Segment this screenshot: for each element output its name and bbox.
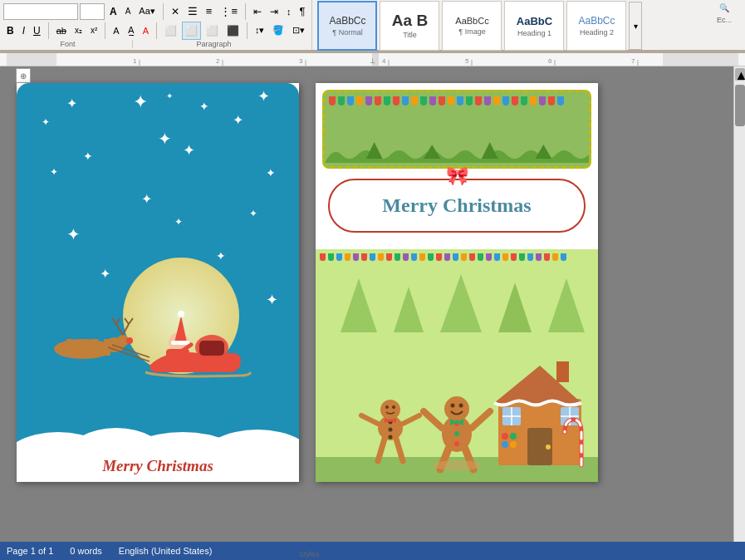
scrollbar-up-arrow[interactable]: ▲ [735, 68, 745, 81]
light24 [539, 96, 546, 106]
editing-section: 🔍 Ec... [703, 0, 745, 50]
light20 [502, 96, 509, 106]
light23 [530, 96, 537, 106]
font-label: Font [3, 40, 132, 48]
font-name-input[interactable]: ia (Body) [3, 3, 78, 20]
light18 [484, 96, 491, 106]
svg-line-29 [116, 318, 120, 324]
document-area: ⊕ ✦ ✦ ✦ ✦ ✦ ✦ ✦ ✦ ✦ ✦ [0, 66, 733, 542]
light26 [557, 96, 564, 106]
sort-button[interactable]: ↕ [283, 2, 295, 21]
separator2 [245, 3, 246, 20]
underline-button[interactable]: U [30, 22, 44, 40]
light9 [402, 96, 409, 106]
bl28 [544, 253, 550, 261]
shading-button[interactable]: 🪣 [269, 22, 287, 40]
card-right-bottom [316, 249, 598, 482]
light21 [512, 96, 518, 106]
highlight-color-button[interactable]: A̲ [125, 22, 138, 40]
text-color-button[interactable]: A [110, 22, 122, 40]
star8: ✦ [83, 150, 93, 163]
page-container: ⊕ ✦ ✦ ✦ ✦ ✦ ✦ ✦ ✦ ✦ ✦ [17, 83, 299, 525]
borders-button[interactable]: ⊡▾ [289, 22, 308, 40]
ruler-content: 1 2 3 4 5 6 7 ⊥ [7, 53, 738, 66]
align-center-button[interactable]: ⬜ [182, 22, 201, 40]
bold-button[interactable]: B [3, 22, 17, 40]
light11 [420, 96, 427, 106]
svg-rect-20 [66, 339, 73, 356]
ruler: 1 2 3 4 5 6 7 ⊥ [0, 53, 745, 66]
multilevel-list-button[interactable]: ⋮≡ [217, 2, 241, 21]
numbered-list-button[interactable]: ≡ [203, 2, 216, 21]
align-left-button[interactable]: ⬜ [161, 22, 180, 40]
pilcrow-button[interactable]: ¶ [297, 2, 309, 21]
style-h1-preview: AaBbC [517, 15, 552, 27]
bullet-list-button[interactable]: ☰ [184, 2, 201, 21]
change-case-button[interactable]: Aa▾ [135, 2, 158, 21]
subscript-button[interactable]: x₂ [71, 22, 86, 40]
star19: ✦ [174, 216, 183, 228]
card-left-text: Merry Christmas [17, 457, 299, 475]
italic-button[interactable]: I [19, 22, 28, 40]
bl2 [328, 253, 334, 261]
font-color-button[interactable]: A [140, 22, 152, 40]
line-spacing-button[interactable]: ↕▾ [252, 22, 268, 40]
bl10 [395, 253, 400, 261]
star6: ✦ [158, 129, 172, 149]
style-normal[interactable]: AaBbCc ¶ Normal [317, 1, 377, 51]
style-heading2[interactable]: AaBbCc Heading 2 [566, 1, 626, 51]
combined-ribbon-row: ia (Body) 13 A A Aa▾ ✕ ☰ ≡ ⋮≡ ⇤ ⇥ ↕ ¶ [0, 0, 745, 52]
language: English (United States) [119, 546, 213, 556]
svg-line-71 [361, 415, 378, 424]
font-size-input[interactable]: 13 [80, 3, 105, 20]
light1 [329, 96, 336, 106]
svg-point-68 [380, 400, 400, 420]
align-right-button[interactable]: ⬜ [203, 22, 222, 40]
svg-point-77 [389, 435, 393, 440]
bl17 [453, 253, 458, 261]
decrease-indent-button[interactable]: ⇤ [250, 2, 265, 21]
star2: ✦ [133, 91, 148, 113]
style-title-label: Title [403, 31, 417, 39]
style-h2-label: Heading 2 [580, 28, 614, 37]
svg-point-76 [389, 428, 393, 432]
light8 [393, 96, 399, 106]
scrollbar-right[interactable]: ▲ [733, 66, 745, 542]
font-shrink-button[interactable]: A [122, 2, 135, 21]
bl5 [353, 253, 359, 261]
style-heading1[interactable]: AaBbC Heading 1 [504, 1, 564, 51]
styles-dropdown-button[interactable]: ▾ [629, 2, 642, 50]
style-image-label: ¶ Image [458, 27, 485, 36]
bl19 [469, 253, 475, 261]
scrollbar-thumb[interactable] [735, 85, 745, 126]
svg-point-84 [459, 404, 463, 408]
page-left: ✦ ✦ ✦ ✦ ✦ ✦ ✦ ✦ ✦ ✦ ✦ ✦ ✦ ✦ ✦ [17, 83, 299, 482]
light3 [347, 96, 354, 106]
star11: ✦ [266, 166, 276, 179]
sep6 [247, 22, 248, 39]
bl15 [436, 253, 442, 261]
star1: ✦ [66, 96, 77, 111]
justify-button[interactable]: ⬛ [223, 22, 243, 40]
style-image[interactable]: AaBbCc ¶ Image [442, 1, 502, 51]
bl6 [361, 253, 367, 261]
clear-format-button[interactable]: ✕ [168, 2, 183, 21]
style-h1-label: Heading 1 [517, 29, 551, 37]
svg-marker-48 [424, 145, 440, 159]
bl26 [527, 253, 533, 261]
star12: ✦ [141, 191, 152, 207]
svg-point-65 [502, 441, 508, 448]
bl18 [461, 253, 467, 261]
font-grow-button[interactable]: A [106, 2, 120, 21]
strikethrough-button[interactable]: ab [53, 22, 70, 40]
light19 [493, 96, 500, 106]
style-title[interactable]: Aa B Title [380, 1, 439, 51]
svg-line-30 [125, 318, 129, 324]
card-left-bg: ✦ ✦ ✦ ✦ ✦ ✦ ✦ ✦ ✦ ✦ ✦ ✦ ✦ ✦ ✦ [17, 83, 299, 482]
move-handle[interactable]: ⊕ [16, 68, 31, 83]
light7 [384, 96, 390, 106]
superscript-button[interactable]: x² [87, 22, 100, 40]
increase-indent-button[interactable]: ⇥ [267, 2, 282, 21]
bl30 [561, 253, 566, 261]
svg-text:5: 5 [465, 57, 469, 65]
